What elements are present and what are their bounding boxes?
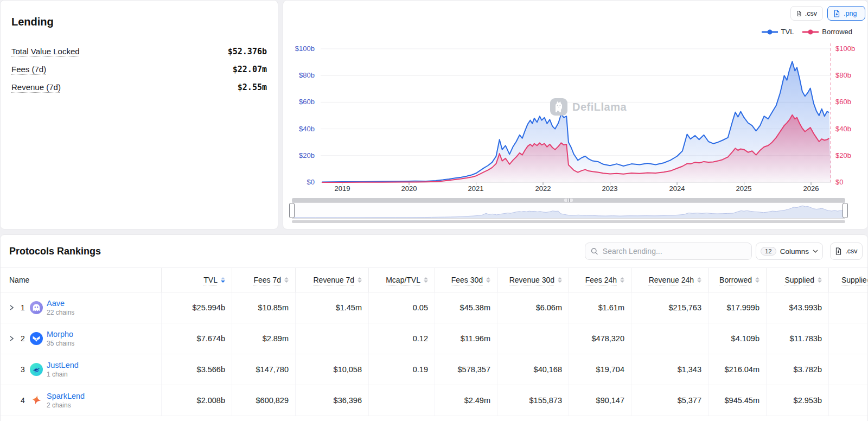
protocol-link[interactable]: JustLend xyxy=(47,360,79,370)
y-tick-label: $80b xyxy=(835,71,866,79)
morpho-logo-icon xyxy=(30,332,43,345)
protocol-chains: 1 chain xyxy=(47,371,79,379)
legend-item-borrowed[interactable]: Borrowed xyxy=(802,28,852,36)
y-tick-label: $60b xyxy=(835,98,866,106)
file-download-icon xyxy=(796,10,802,17)
chart-export-png-button[interactable]: .png xyxy=(827,6,865,21)
cell-revenue-24h: $215,763 xyxy=(631,292,708,323)
lending-summary-card: Lending Total Value Locked $52.376b Fees… xyxy=(0,0,278,229)
brush-handle-right[interactable] xyxy=(843,203,848,218)
cell-supplied-tvl xyxy=(828,354,868,385)
search-input[interactable] xyxy=(603,247,746,256)
brush-scrollbar[interactable] xyxy=(292,220,845,223)
y-tick-label: $20b xyxy=(284,151,315,160)
rank-number: 1 xyxy=(20,303,26,312)
protocol-chains: 2 chains xyxy=(47,401,85,410)
cell-revenue-7d xyxy=(295,323,368,354)
header-revenue-24h[interactable]: Revenue 24h xyxy=(631,268,708,292)
cell-tvl: $3.566b xyxy=(161,354,232,385)
cell-revenue-24h xyxy=(631,323,708,354)
cell-fees-30d: $2.49m xyxy=(435,385,497,416)
cell-fees-24h: $19,704 xyxy=(569,354,631,385)
metric-label-revenue-7d: Revenue (7d) xyxy=(11,82,61,92)
rank-number: 3 xyxy=(20,365,26,374)
table-row: 3 JustLend 1 chain $3.566b $147,780 $10,… xyxy=(1,354,868,385)
header-fees-30d[interactable]: Fees 30d xyxy=(435,268,497,292)
cell-revenue-7d: $36,396 xyxy=(295,385,368,416)
cell-borrowed: $216.04m xyxy=(708,354,766,385)
cell-borrowed: $17.999b xyxy=(708,292,766,323)
header-fees-24h[interactable]: Fees 24h xyxy=(569,268,631,292)
brush-grip-icon[interactable] xyxy=(564,199,573,202)
metric-row-tvl: Total Value Locked $52.376b xyxy=(11,47,267,56)
header-tvl[interactable]: TVL xyxy=(161,268,232,292)
sort-icon xyxy=(358,277,362,283)
cell-borrowed: $4.109b xyxy=(708,323,766,354)
chart-legend: TVL Borrowed xyxy=(762,28,852,36)
expand-chevron-icon[interactable] xyxy=(9,304,16,311)
legend-item-tvl[interactable]: TVL xyxy=(762,28,794,36)
header-name: Name xyxy=(1,268,161,292)
cell-supplied-tvl xyxy=(828,385,868,416)
table-row: 1 Aave 22 chains $25.994b $10.85m $1.45m xyxy=(1,292,868,323)
cell-mcap-tvl xyxy=(368,385,435,416)
header-supplied-tvl[interactable]: Supplied/TVL xyxy=(828,268,868,292)
table-row: 4 SparkLend 2 chains $2.008b $600,829 $3… xyxy=(1,385,868,416)
cell-fees-7d: $147,780 xyxy=(232,354,295,385)
legend-marker-borrowed-icon xyxy=(802,29,819,35)
file-download-icon xyxy=(833,10,840,17)
chart-zoom-brush xyxy=(292,198,845,223)
sparklend-logo-icon xyxy=(30,394,43,407)
header-revenue-30d[interactable]: Revenue 30d xyxy=(497,268,569,292)
cell-mcap-tvl: 0.12 xyxy=(368,323,435,354)
cell-borrowed: $945.45m xyxy=(708,385,766,416)
rank-number: 2 xyxy=(20,334,26,343)
sort-icon xyxy=(558,277,562,283)
brush-minimap[interactable] xyxy=(292,202,845,219)
protocol-chains: 22 chains xyxy=(47,309,74,317)
y-tick-label: $40b xyxy=(284,125,315,133)
columns-button[interactable]: 12 Columns xyxy=(756,243,823,260)
header-borrowed[interactable]: Borrowed xyxy=(708,268,766,292)
expand-chevron-icon[interactable] xyxy=(9,335,16,342)
header-fees-7d[interactable]: Fees 7d xyxy=(232,268,295,292)
brush-handle-left[interactable] xyxy=(289,203,295,218)
cell-supplied: $3.782b xyxy=(766,354,828,385)
protocol-link[interactable]: SparkLend xyxy=(47,391,85,401)
legend-marker-tvl-icon xyxy=(762,29,778,35)
protocol-link[interactable]: Aave xyxy=(47,298,74,308)
justlend-logo-icon xyxy=(30,363,43,376)
cell-supplied: $2.953b xyxy=(766,385,828,416)
protocol-chains: 35 chains xyxy=(47,340,74,348)
chart-export-csv-button[interactable]: .csv xyxy=(790,6,823,21)
rankings-title: Protocols Rankings xyxy=(9,246,101,257)
y-tick-label: $0 xyxy=(284,178,315,186)
watermark: DefiLlama xyxy=(550,98,627,116)
table-export-csv-button[interactable]: .csv xyxy=(830,243,863,260)
cell-fees-24h: $478,320 xyxy=(569,323,631,354)
cell-fees-24h: $90,147 xyxy=(569,385,631,416)
cell-tvl: $7.674b xyxy=(161,323,232,354)
metric-row-revenue-7d: Revenue (7d) $2.55m xyxy=(11,82,267,92)
brush-minimap-area xyxy=(292,203,845,218)
protocol-link[interactable]: Morpho xyxy=(47,329,74,339)
watermark-text: DefiLlama xyxy=(572,101,627,113)
sort-icon xyxy=(697,277,701,283)
sort-icon xyxy=(620,277,624,283)
cell-fees-30d: $578,357 xyxy=(435,354,497,385)
header-revenue-7d[interactable]: Revenue 7d xyxy=(295,268,368,292)
aave-logo-icon xyxy=(30,301,43,314)
header-supplied[interactable]: Supplied xyxy=(766,268,828,292)
y-tick-label: $0 xyxy=(835,178,866,186)
cell-fees-24h: $1.61m xyxy=(569,292,631,323)
sort-icon xyxy=(755,277,760,283)
cell-revenue-30d xyxy=(497,323,569,354)
header-mcap-tvl[interactable]: Mcap/TVL xyxy=(368,268,435,292)
brush-track[interactable] xyxy=(292,198,845,202)
cell-revenue-30d: $40,168 xyxy=(497,354,569,385)
protocols-rankings-card: Protocols Rankings 12 Columns .csv Name … xyxy=(0,234,868,421)
cell-revenue-7d: $1.45m xyxy=(295,292,368,323)
protocols-table: Name TVL Fees 7d Revenue 7d Mcap/TVL Fee… xyxy=(1,267,868,421)
y-tick-label: $20b xyxy=(835,151,866,160)
metric-label-fees-7d: Fees (7d) xyxy=(11,65,46,74)
